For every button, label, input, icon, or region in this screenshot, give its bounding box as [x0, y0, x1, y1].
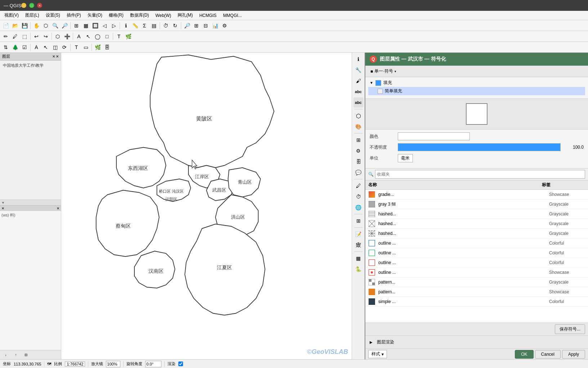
checkbox-btn[interactable]: ☑	[20, 43, 29, 52]
symbol-row-outline-red[interactable]: outline ... Colorful	[365, 258, 588, 268]
font-btn[interactable]: A	[32, 43, 41, 52]
circle-btn[interactable]: ◯	[93, 32, 102, 41]
remove-layer-btn[interactable]: ⊟	[22, 351, 30, 359]
rt-3d-btn[interactable]: ⬡	[353, 111, 364, 121]
rt-python-btn[interactable]: 🐍	[353, 264, 364, 274]
layer-panel-close-1[interactable]: ✕	[52, 54, 55, 58]
symbol-row-hashed1[interactable]: hashed... Grayscale	[365, 209, 588, 219]
zoom-selection-btn[interactable]: 🔲	[91, 21, 99, 30]
symbol-row-outline-blue[interactable]: outline ... Colorful	[365, 238, 588, 248]
sort-btn[interactable]: ⇅	[1, 43, 10, 52]
zoom-full-btn[interactable]: ⊞	[72, 21, 81, 30]
ok-button[interactable]: OK	[515, 350, 533, 359]
chart-btn[interactable]: 📊	[211, 21, 219, 30]
zoom-layer-btn[interactable]: ▦	[81, 21, 90, 30]
menu-mmqgis[interactable]: MMQGI...	[220, 12, 245, 19]
rt-chat-btn[interactable]: 💬	[353, 167, 364, 178]
rt-note-btn[interactable]: 📝	[353, 229, 364, 239]
tree-btn[interactable]: 🌲	[11, 43, 19, 52]
symbol-row-gradient[interactable]: gradie... Showcase	[365, 190, 588, 200]
text2-btn[interactable]: T	[72, 43, 81, 52]
grass-btn[interactable]: 🌿	[124, 32, 133, 41]
symbol-row-pattern-gray[interactable]: pattern... Grayscale	[365, 277, 588, 287]
rotation-input[interactable]	[145, 361, 161, 367]
unit-selector[interactable]: 毫米	[398, 154, 413, 162]
symbol-row-outline-green[interactable]: outline ... Colorful	[365, 248, 588, 258]
settings-gear-btn[interactable]: ⚙	[220, 21, 229, 30]
menu-layer[interactable]: 图层(L)	[22, 12, 42, 19]
save-symbol-button[interactable]: 保存符号...	[555, 324, 585, 334]
rt-abc2-btn[interactable]: abc	[353, 97, 364, 108]
menu-raster[interactable]: 栅格(R)	[106, 12, 126, 19]
zoom-out-btn[interactable]: 🔎	[60, 21, 69, 30]
close-button[interactable]: ×	[37, 3, 42, 8]
refresh-btn[interactable]: ↻	[171, 21, 179, 30]
text-btn[interactable]: T	[115, 32, 123, 41]
select-rect-btn[interactable]: ▭	[81, 43, 90, 52]
find-btn[interactable]: 🔎	[183, 21, 191, 30]
symbol-row-simple-colorful[interactable]: simple ... Colorful	[365, 297, 588, 307]
rt-gear-btn[interactable]: ⚙	[353, 146, 364, 156]
symbol-row-hashed3[interactable]: hashed... Grayscale	[365, 229, 588, 238]
minimize-button[interactable]: –	[21, 3, 26, 8]
rt-info-btn[interactable]: ℹ	[353, 54, 364, 64]
grass2-btn[interactable]: 🌿	[93, 43, 102, 52]
db-btn[interactable]: 🗄	[103, 43, 111, 52]
rt-network-btn[interactable]: 🕸	[353, 240, 364, 250]
measure-btn[interactable]: 📏	[131, 21, 139, 30]
opacity-slider[interactable]	[398, 143, 561, 151]
label-btn[interactable]: A	[75, 32, 83, 41]
rt-brush-btn[interactable]: 🖊	[353, 181, 364, 191]
rt-grid2-btn[interactable]: ⊞	[353, 216, 364, 226]
edit-btn[interactable]: ✏	[1, 32, 10, 41]
filter-btn[interactable]: ⊞	[192, 21, 201, 30]
rt-wrench-btn[interactable]: 🔧	[353, 65, 364, 75]
symbol-row-gray3fill[interactable]: gray 3 fill Grayscale	[365, 200, 588, 209]
layer-panel-close-2[interactable]: ✕	[56, 54, 59, 58]
redo-btn[interactable]: ↪	[41, 32, 50, 41]
rt-layers-btn[interactable]: ⊞	[353, 135, 364, 145]
maximize-button[interactable]: □	[29, 3, 34, 8]
sym-tree-simple-fill[interactable]: 简单填充	[368, 87, 585, 95]
pan-btn[interactable]: ✋	[32, 21, 41, 30]
menu-vector[interactable]: 矢量(O)	[85, 12, 105, 19]
menu-settings[interactable]: 设置(S)	[43, 12, 63, 19]
rt-palette-btn[interactable]: 🎨	[353, 122, 364, 132]
render-checkbox[interactable]	[178, 362, 183, 366]
save-project-btn[interactable]: 💾	[20, 21, 29, 30]
grid-btn[interactable]: ⊟	[201, 21, 210, 30]
zoom-last-btn[interactable]: ◁	[100, 21, 109, 30]
style-dropdown-btn[interactable]: 样式 ▾	[368, 350, 387, 358]
renderer-collapse-btn[interactable]: ▶	[368, 339, 374, 345]
layer-tree-item[interactable]: 中国地质大学工作\教学	[1, 62, 59, 69]
symbol-row-hashed2[interactable]: hashed... Grayscale	[365, 219, 588, 229]
node-btn[interactable]: ⬚	[20, 32, 29, 41]
cursor-btn[interactable]: ↖	[84, 32, 93, 41]
rt-paint-btn[interactable]: 🖌	[353, 76, 364, 86]
new-project-btn[interactable]: 📄	[1, 21, 10, 30]
rt-table-btn[interactable]: ▦	[353, 253, 364, 263]
symbol-row-pattern-showcase[interactable]: pattern... Showcase	[365, 287, 588, 297]
digitize-btn[interactable]: ⬡	[53, 32, 62, 41]
color-picker[interactable]	[398, 132, 470, 140]
pencil-btn[interactable]: 🖊	[11, 32, 19, 41]
rt-clock2-btn[interactable]: ⏱	[353, 192, 364, 202]
undo-btn[interactable]: ↩	[32, 32, 41, 41]
map-area[interactable]: 黄陂区 东西湖区 江岸区 桥口区 沌汉区 汉阳区 武昌区 青山区 洪山区 蔡甸区…	[61, 53, 352, 359]
zoom-in-btn[interactable]: 🔍	[51, 21, 59, 30]
zoom-next-btn[interactable]: ▷	[110, 21, 118, 30]
symbol-search-input[interactable]	[375, 170, 585, 179]
rt-db2-btn[interactable]: 🗄	[353, 157, 364, 167]
menu-hcmgis[interactable]: HCMGIS	[196, 12, 219, 19]
rt-abc1-btn[interactable]: abc	[353, 87, 364, 97]
statistics-btn[interactable]: Σ	[140, 21, 149, 30]
open-project-btn[interactable]: 📂	[11, 21, 19, 30]
select-feature-btn[interactable]: ⬡	[41, 21, 50, 30]
menu-mesh[interactable]: 网孔(M)	[175, 12, 196, 19]
add-feature-btn[interactable]: ➕	[63, 32, 71, 41]
menu-plugins[interactable]: 插件(P)	[64, 12, 84, 19]
pointer-btn[interactable]: ↖	[41, 43, 50, 52]
attr-table-btn[interactable]: ▤	[150, 21, 158, 30]
identify-btn[interactable]: ℹ	[121, 21, 130, 30]
sym-tree-fill[interactable]: ▼ 填充	[368, 79, 585, 87]
